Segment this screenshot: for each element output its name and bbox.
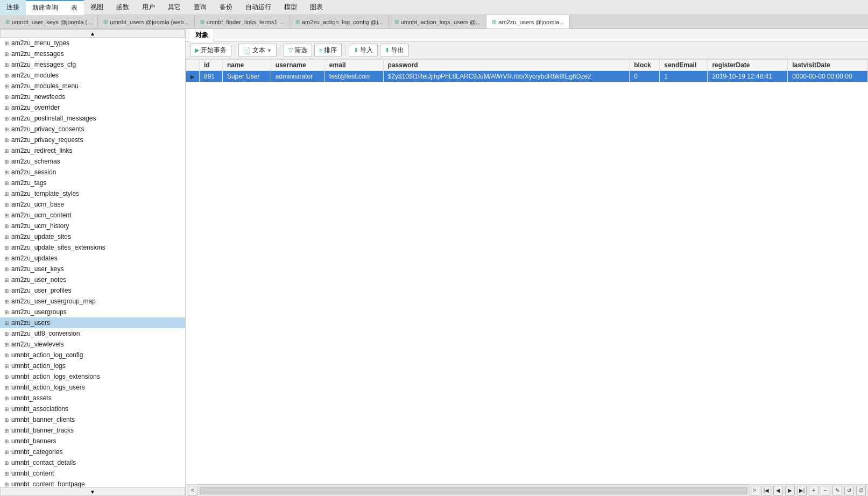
sidebar-item-32[interactable]: ⊞umnbt_action_logs_users [0,382,185,393]
sidebar-item-10[interactable]: ⊞am2zu_redirect_links [0,145,185,156]
sidebar-item-2[interactable]: ⊞am2zu_messages_cfg [0,59,185,70]
col-last-visit[interactable]: lastvisitDate [788,60,868,71]
col-name[interactable]: name [222,60,271,71]
sidebar-item-20[interactable]: ⊞am2zu_updates [0,253,185,264]
cell-username-0[interactable]: administrator [271,71,324,82]
sidebar-item-8[interactable]: ⊞am2zu_privacy_consents [0,124,185,134]
sidebar-item-18[interactable]: ⊞am2zu_update_sites [0,231,185,242]
sidebar-item-7[interactable]: ⊞am2zu_postinstall_messages [0,113,185,124]
btn-text[interactable]: 📄 文本 ▼ [238,44,277,57]
menu-new-query[interactable]: 新建查询 [26,0,65,15]
edit-record-btn[interactable]: ✎ [832,486,842,495]
sidebar-item-6[interactable]: ⊞am2zu_overrider [0,102,185,113]
sidebar-scroll-down[interactable]: ▼ [0,487,185,496]
col-password[interactable]: password [383,60,630,71]
sidebar-item-27[interactable]: ⊞am2zu_utf8_conversion [0,328,185,339]
cell-id-0[interactable]: 891 [200,71,223,82]
tab-4[interactable]: ⊞ umnbt_action_logs_users @... [389,15,487,29]
sidebar-item-17[interactable]: ⊞am2zu_ucm_history [0,221,185,231]
refresh-btn[interactable]: ↺ [844,486,854,495]
btn-import[interactable]: ⬇ 导入 [349,44,378,57]
sidebar-item-39[interactable]: ⊞umnbt_contact_details [0,457,185,468]
sidebar-item-15[interactable]: ⊞am2zu_ucm_base [0,199,185,210]
sidebar-item-22[interactable]: ⊞am2zu_user_notes [0,274,185,285]
sidebar-item-21[interactable]: ⊞am2zu_user_keys [0,264,185,274]
col-block[interactable]: block [630,60,660,71]
sidebar-item-9[interactable]: ⊞am2zu_privacy_requests [0,134,185,145]
tab-1[interactable]: ⊞ umnbt_users @joomla (web... [98,15,194,29]
sidebar-item-30[interactable]: ⊞umnbt_action_logs [0,360,185,371]
btn-filter[interactable]: ▽ 筛选 [284,44,312,57]
sidebar-item-24[interactable]: ⊞am2zu_user_usergroup_map [0,296,185,307]
sidebar-item-34[interactable]: ⊞umnbt_associations [0,403,185,414]
btn-start-transaction[interactable]: ▶ 开始事务 [190,44,231,57]
menu-connect[interactable]: 连接 [0,0,26,15]
prev-record-btn[interactable]: ◀ [773,486,783,495]
cell-block-0[interactable]: 0 [630,71,660,82]
sidebar-item-19[interactable]: ⊞am2zu_update_sites_extensions [0,242,185,253]
tab-2[interactable]: ⊞ umnbt_finder_links_terms1 ... [195,15,290,29]
scroll-left-btn[interactable]: < [188,486,197,495]
menu-users[interactable]: 用户 [136,0,161,15]
sidebar-item-31[interactable]: ⊞umnbt_action_logs_extensions [0,371,185,382]
sidebar-item-35[interactable]: ⊞umnbt_banner_clients [0,414,185,425]
first-record-btn[interactable]: |◀ [761,486,771,495]
col-id[interactable]: id [200,60,223,71]
last-record-btn[interactable]: ▶| [797,486,807,495]
sidebar-item-29[interactable]: ⊞umnbt_action_log_config [0,350,185,360]
null-btn[interactable]: ∅ [856,486,866,495]
cell-register-date-0[interactable]: 2019-10-19 12:48:41 [708,71,788,82]
menu-backup[interactable]: 备份 [213,0,239,15]
sidebar-item-13[interactable]: ⊞am2zu_tags [0,178,185,188]
add-record-btn[interactable]: + [809,486,818,495]
scroll-right-btn[interactable]: > [750,486,759,495]
col-register-date[interactable]: registerDate [708,60,788,71]
col-username[interactable]: username [271,60,324,71]
cell-name-0[interactable]: Super User [222,71,271,82]
col-send-email[interactable]: sendEmail [660,60,708,71]
tab-0[interactable]: ⊞ umnbt_user_keys @joomla (... [0,15,98,29]
sidebar-item-1[interactable]: ⊞am2zu_messages [0,48,185,59]
menu-chart[interactable]: 图表 [304,0,329,15]
sidebar-item-25[interactable]: ⊞am2zu_usergroups [0,307,185,317]
col-email[interactable]: email [324,60,383,71]
sidebar-item-0[interactable]: ⊞am2zu_menu_types [0,38,185,48]
sidebar-item-28[interactable]: ⊞am2zu_viewlevels [0,339,185,350]
obj-tab-object[interactable]: 对象 [190,29,214,42]
menu-other[interactable]: 其它 [161,0,187,15]
sidebar-item-38[interactable]: ⊞umnbt_categories [0,447,185,457]
menu-query[interactable]: 查询 [187,0,213,15]
sidebar-item-5[interactable]: ⊞am2zu_newsfeeds [0,91,185,102]
cell-last-visit-0[interactable]: 0000-00-00 00:00:00 [788,71,868,82]
tab-3[interactable]: ⊞ am2zu_action_log_config @j... [290,15,389,29]
sidebar-item-40[interactable]: ⊞umnbt_content [0,468,185,479]
horizontal-scrollbar[interactable] [200,487,747,494]
btn-export[interactable]: ⬆ 导出 [380,44,409,57]
next-record-btn[interactable]: ▶ [785,486,795,495]
sidebar-item-11[interactable]: ⊞am2zu_schemas [0,156,185,167]
sidebar-item-16[interactable]: ⊞am2zu_ucm_content [0,210,185,221]
cell-password-0[interactable]: $2y$10$t1RelJjihpPhL8LARC9JuM/AWrVR.nto/… [383,71,630,82]
table-row[interactable]: ▶ 891 Super User administrator test@test… [186,71,868,82]
tab-5[interactable]: ⊞ am2zu_users @joomla... [486,15,570,29]
sidebar-item-3[interactable]: ⊞am2zu_modules [0,70,185,81]
sidebar-scroll-up[interactable]: ▲ [0,29,185,38]
sidebar-item-23[interactable]: ⊞am2zu_user_profiles [0,285,185,296]
sidebar-item-4[interactable]: ⊞am2zu_modules_menu [0,81,185,91]
sidebar-item-12[interactable]: ⊞am2zu_session [0,167,185,178]
sidebar-item-26[interactable]: ⊞am2zu_users [0,317,185,328]
sidebar-item-33[interactable]: ⊞umnbt_assets [0,393,185,403]
menu-autorun[interactable]: 自动运行 [239,0,278,15]
cell-send-email-0[interactable]: 1 [660,71,708,82]
menu-functions[interactable]: 函数 [110,0,136,15]
btn-sort[interactable]: ≡ 排序 [314,44,342,57]
sidebar-item-36[interactable]: ⊞umnbt_banner_tracks [0,425,185,436]
cell-email-0[interactable]: test@test.com [324,71,383,82]
delete-record-btn[interactable]: − [821,486,830,495]
menu-table[interactable]: 表 [65,0,84,15]
sidebar-item-37[interactable]: ⊞umnbt_banners [0,436,185,447]
sidebar-item-41[interactable]: ⊞umnbt_content_frontpage [0,479,185,487]
menu-view[interactable]: 视图 [84,0,110,15]
menu-model[interactable]: 模型 [278,0,304,15]
sidebar-item-14[interactable]: ⊞am2zu_template_styles [0,188,185,199]
